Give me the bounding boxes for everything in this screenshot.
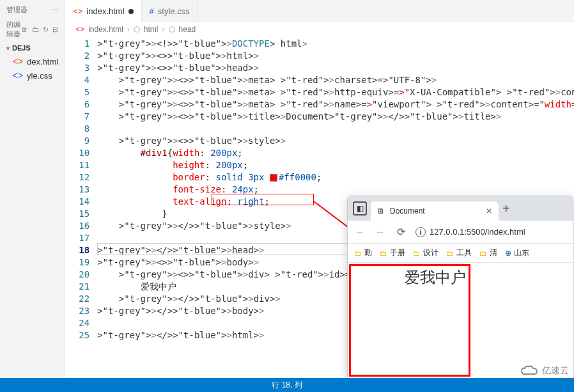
line-number: 20: [65, 269, 89, 281]
browser-toolbar: ← → ⟳ i 127.0.0.1:5500/index.html: [348, 221, 573, 244]
bookmark-label: 山东: [514, 247, 529, 258]
file-tree-item[interactable]: <>dex.html: [0, 54, 65, 68]
line-number: 25: [65, 329, 89, 341]
line-gutter: 1234567891011121314151617181920212223242…: [65, 36, 97, 381]
line-number: 13: [65, 184, 89, 196]
folder-icon: 🗀: [380, 249, 387, 258]
code-line[interactable]: >"t-grey">><>>"t-blue">>style>>: [97, 135, 574, 147]
project-name: DEJS: [12, 44, 31, 52]
bookmark-label: 清: [490, 247, 497, 258]
breadcrumb[interactable]: <> index.html › ⬠ html › ⬠ head: [65, 22, 574, 36]
sidebar-toggle-icon[interactable]: ◧: [353, 201, 367, 216]
site-info-icon[interactable]: i: [415, 227, 426, 237]
tab-label: style.css: [158, 6, 190, 16]
line-number: 6: [65, 98, 89, 111]
project-section[interactable]: ▾ DEJS: [0, 42, 65, 54]
bookmarks-bar: 🗀勤🗀手册🗀设计🗀工具🗀清⊕山东: [348, 244, 573, 263]
globe-icon: ⊕: [505, 249, 511, 258]
rendered-div1: 爱我中户: [349, 264, 470, 377]
file-icon: <>: [73, 6, 82, 16]
file-tree-item[interactable]: <>yle.css: [0, 68, 65, 82]
line-number: 5: [65, 86, 89, 98]
code-line[interactable]: #div1{width: 200px;: [97, 147, 574, 159]
editor-tab[interactable]: <>index.html: [65, 0, 141, 22]
file-icon: #: [150, 6, 154, 16]
tag-icon: ⬠: [134, 25, 140, 34]
editor-tab[interactable]: #style.css: [142, 0, 198, 22]
code-line[interactable]: height: 200px;: [97, 159, 574, 171]
code-line[interactable]: font-size: 24px;: [97, 184, 574, 196]
tab-label: index.html: [86, 6, 124, 16]
line-number: 14: [65, 196, 89, 208]
sidebar: 管理器 ⋯ 的编辑器 🗎 🗀 ↻ ⊟ ▾ DEJS <>dex.html<>yl…: [0, 0, 65, 381]
watermark-text: 亿速云: [542, 365, 569, 377]
rendered-text: 爱我中户: [405, 269, 466, 286]
browser-tab[interactable]: 🗎 Document ✕: [371, 201, 499, 221]
more-icon[interactable]: ⋯: [51, 6, 58, 14]
folder-icon: 🗀: [446, 249, 454, 258]
watermark: 亿速云: [520, 365, 569, 377]
folder-icon: 🗀: [479, 249, 487, 258]
cursor-position[interactable]: 行 18, 列: [272, 380, 302, 391]
folder-icon: 🗀: [354, 249, 362, 258]
file-tree: <>dex.html<>yle.css: [0, 54, 65, 82]
code-line[interactable]: >"t-grey">><>>"t-blue">>meta> >"t-red">>…: [97, 98, 574, 111]
chevron-right-icon: ›: [127, 25, 130, 34]
line-number: 21: [65, 281, 89, 293]
line-number: 18: [65, 244, 89, 256]
refresh-icon[interactable]: ↻: [43, 26, 49, 34]
sidebar-header: 管理器 ⋯: [0, 3, 65, 17]
bookmark-item[interactable]: 🗀勤: [354, 247, 372, 258]
close-tab-icon[interactable]: ✕: [486, 207, 492, 216]
bookmark-item[interactable]: ⊕山东: [505, 247, 529, 258]
file-label: yle.css: [27, 71, 52, 81]
new-tab-icon[interactable]: +: [502, 201, 510, 216]
address-bar[interactable]: i 127.0.0.1:5500/index.html: [415, 227, 566, 237]
bookmark-label: 工具: [456, 247, 472, 258]
code-line[interactable]: >"t-grey">><!>>"t-blue">>DOCTYPE> html>: [97, 38, 574, 50]
bookmark-label: 手册: [390, 247, 405, 258]
cloud-icon: [520, 365, 538, 377]
line-number: 1: [65, 38, 89, 50]
back-icon[interactable]: ←: [354, 226, 366, 238]
code-line[interactable]: >"t-grey">><>>"t-blue">>html>>: [97, 50, 574, 62]
line-number: 15: [65, 208, 89, 220]
breadcrumb-item[interactable]: head: [179, 25, 196, 34]
browser-window: ◧ 🗎 Document ✕ + ← → ⟳ i 127.0.0.1:5500/…: [347, 196, 573, 381]
code-line[interactable]: border: solid 3px #ff0000;: [97, 171, 574, 184]
reload-icon[interactable]: ⟳: [395, 226, 407, 238]
new-file-icon[interactable]: 🗎: [21, 26, 28, 34]
browser-viewport: 爱我中户: [348, 263, 573, 378]
bookmark-item[interactable]: 🗀设计: [413, 247, 438, 258]
url-text: 127.0.0.1:5500/index.html: [430, 227, 525, 237]
breadcrumb-item[interactable]: index.html: [88, 25, 123, 34]
file-icon: <>: [13, 56, 23, 67]
forward-icon[interactable]: →: [375, 226, 386, 238]
code-line[interactable]: >"t-grey">><>>"t-blue">>meta> >"t-red">>…: [97, 74, 574, 86]
dirty-indicator-icon: [128, 9, 134, 14]
code-line[interactable]: >"t-grey">><>>"t-blue">>title>>Document>…: [97, 111, 574, 123]
bookmark-item[interactable]: 🗀手册: [380, 247, 405, 258]
status-bar: 行 18, 列: [0, 378, 574, 392]
line-number: 10: [65, 147, 89, 159]
breadcrumb-item[interactable]: html: [144, 25, 159, 34]
line-number: 19: [65, 256, 89, 269]
new-folder-icon[interactable]: 🗀: [32, 26, 39, 34]
bookmark-item[interactable]: 🗀清: [479, 247, 497, 258]
code-line[interactable]: >"t-grey">><>>"t-blue">>head>>: [97, 62, 574, 74]
bookmark-label: 勤: [364, 247, 372, 258]
bookmark-item[interactable]: 🗀工具: [446, 247, 472, 258]
file-label: dex.html: [27, 57, 58, 67]
open-editors-header: 的编辑器 🗎 🗀 ↻ ⊟: [0, 17, 65, 42]
collapse-icon[interactable]: ⊟: [52, 26, 58, 34]
line-number: 23: [65, 305, 89, 317]
tab-bar: <>index.html#style.css ▯▯ ⋯: [65, 0, 574, 22]
code-line[interactable]: [97, 123, 574, 135]
line-number: 7: [65, 111, 89, 123]
line-number: 8: [65, 123, 89, 135]
line-number: 16: [65, 220, 89, 232]
line-number: 11: [65, 159, 89, 171]
line-number: 17: [65, 232, 89, 244]
line-number: 22: [65, 293, 89, 305]
code-line[interactable]: >"t-grey">><>>"t-blue">>meta> >"t-red">>…: [97, 86, 574, 98]
